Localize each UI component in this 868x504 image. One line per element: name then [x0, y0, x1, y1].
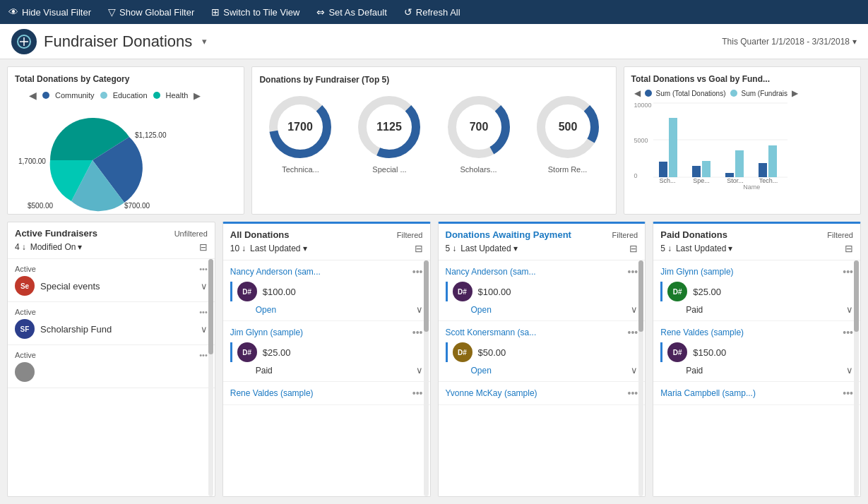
ad-sort-count[interactable]: 10 ↓	[230, 244, 246, 253]
scrollbar-track[interactable]	[854, 260, 859, 496]
set-as-default-button[interactable]: ⇔ Set As Default	[316, 6, 386, 18]
switch-tile-view-button[interactable]: ⊞ Switch to Tile View	[211, 6, 299, 18]
refresh-all-button[interactable]: ↺ Refresh All	[404, 6, 460, 18]
svg-text:Tech...: Tech...	[759, 177, 778, 184]
active-fundraisers-badge: Unfiltered	[174, 229, 208, 238]
eye-icon: 👁	[8, 6, 18, 18]
da-item2-status: Open	[471, 366, 492, 376]
paid-donations-card: Paid Donations Filtered 5 ↓ Last Updated…	[653, 222, 861, 497]
pd-item2-dots[interactable]: •••	[843, 327, 853, 338]
pd-item2-expand-icon[interactable]: ∨	[846, 365, 853, 376]
da-filter-icon[interactable]: ⊟	[629, 243, 638, 254]
list-item: Active ••• Se Special events ∨	[8, 259, 215, 302]
total-donations-category-chart: Total Donations by Category ◀ Community …	[7, 66, 244, 215]
svg-rect-22	[692, 166, 701, 177]
pd-sort-count[interactable]: 5 ↓	[660, 244, 672, 253]
scrollbar-thumb[interactable]	[424, 260, 429, 331]
show-global-filter-button[interactable]: ▽ Show Global Filter	[108, 6, 194, 18]
af-item2-expand-icon[interactable]: ∨	[201, 324, 208, 335]
da-item3-dots[interactable]: •••	[628, 388, 638, 399]
pd-item2-amount: $150.00	[693, 347, 726, 358]
chart3-prev-icon[interactable]: ◀	[634, 88, 641, 98]
af-sort-field[interactable]: Modified On ▾	[30, 242, 83, 252]
chart1-prev-icon[interactable]: ◀	[29, 90, 37, 101]
scrollbar-thumb[interactable]	[638, 260, 643, 331]
donations-awaiting-title: Donations Awaiting Payment	[446, 229, 571, 240]
pd-item3: Maria Campbell (samp...) •••	[653, 382, 860, 404]
scrollbar-track[interactable]	[638, 260, 643, 496]
svg-text:$1,125.00: $1,125.00	[135, 131, 167, 139]
bar-legend-fund-dot	[730, 90, 737, 97]
ad-item3-dots[interactable]: •••	[412, 388, 423, 399]
donations-awaiting-card: Donations Awaiting Payment Filtered 5 ↓ …	[438, 222, 646, 497]
hide-visual-filter-button[interactable]: 👁 Hide Visual Filter	[8, 6, 91, 18]
ad-filter-icon[interactable]: ⊟	[415, 243, 423, 254]
af-item2-dots[interactable]: •••	[199, 308, 208, 316]
donut1-label: Technica...	[282, 165, 319, 174]
bar-legend-total-label: Sum (Total Donations)	[656, 90, 726, 97]
af-filter-icon[interactable]: ⊟	[199, 241, 208, 253]
all-donations-body: Nancy Anderson (sam... ••• D# $100.00 Op…	[223, 260, 430, 496]
bar-chart-svg: Sch... Spe... Stor... Tech...	[653, 100, 787, 184]
pd-item3-name[interactable]: Maria Campbell (samp...)	[660, 388, 756, 398]
svg-text:500: 500	[558, 121, 577, 133]
af-item1-dots[interactable]: •••	[199, 265, 208, 273]
donut1-svg: 1700	[265, 92, 335, 162]
all-donations-item3: Rene Valdes (sample) •••	[223, 382, 430, 404]
pd-sort-field[interactable]: Last Updated ▾	[676, 244, 732, 253]
ad-item1-name[interactable]: Nancy Anderson (sam...	[230, 267, 321, 277]
da-item1-expand-icon[interactable]: ∨	[631, 304, 638, 315]
chart1-title: Total Donations by Category	[15, 74, 129, 84]
svg-rect-23	[702, 161, 711, 177]
da-sort-count[interactable]: 5 ↓	[446, 244, 457, 253]
da-item1-dots[interactable]: •••	[628, 266, 638, 277]
ad-item2-amount: $25.00	[263, 347, 291, 358]
active-fundraisers-header: Active Fundraisers Unfiltered 4 ↓ Modifi…	[8, 222, 215, 259]
pd-item3-dots[interactable]: •••	[843, 388, 853, 399]
ad-sort-field[interactable]: Last Updated ▾	[250, 244, 307, 253]
ad-item2-expand-icon[interactable]: ∨	[416, 365, 423, 376]
ad-item1-dots[interactable]: •••	[412, 266, 423, 277]
chart3-next-icon[interactable]: ▶	[792, 88, 798, 98]
ad-item1-expand-icon[interactable]: ∨	[416, 304, 423, 315]
donut4-label: Storm Re...	[548, 165, 588, 174]
legend-health-label: Health	[166, 91, 189, 100]
title-chevron-icon[interactable]: ▾	[202, 36, 207, 47]
donations-awaiting-badge: Filtered	[612, 231, 638, 239]
da-sort-field[interactable]: Last Updated ▾	[460, 244, 517, 253]
af-item3-status: Active	[15, 351, 36, 359]
da-item2-name[interactable]: Scott Konersmann (sa...	[446, 328, 537, 337]
tile-icon: ⊞	[211, 6, 220, 18]
donations-awaiting-body: Nancy Anderson (sam... ••• D# $100.00 Op…	[439, 260, 646, 496]
da-item3-name[interactable]: Yvonne McKay (sample)	[446, 388, 537, 398]
chart1-next-icon[interactable]: ▶	[194, 90, 201, 101]
svg-rect-27	[768, 145, 777, 177]
pd-item2-avatar: D#	[667, 342, 687, 362]
ad-item2-name[interactable]: Jim Glynn (sample)	[230, 328, 303, 337]
ad-item2-dots[interactable]: •••	[412, 327, 423, 338]
pd-filter-icon[interactable]: ⊟	[845, 243, 853, 254]
scrollbar-track[interactable]	[208, 259, 213, 496]
scrollbar-thumb[interactable]	[854, 260, 859, 331]
da-item2-expand-icon[interactable]: ∨	[631, 365, 638, 376]
legend-community-label: Community	[55, 91, 95, 100]
scrollbar-track[interactable]	[424, 260, 429, 496]
af-item3-dots[interactable]: •••	[199, 351, 208, 359]
af-sort-count[interactable]: 4 ↓	[15, 242, 26, 252]
pd-item1-dots[interactable]: •••	[843, 266, 853, 277]
date-range[interactable]: This Quarter 1/1/2018 - 3/31/2018 ▾	[722, 37, 857, 47]
da-item2-dots[interactable]: •••	[628, 327, 638, 338]
all-donations-card: All Donations Filtered 10 ↓ Last Updated…	[222, 222, 431, 497]
scrollbar-thumb[interactable]	[208, 259, 213, 354]
da-item1-name[interactable]: Nancy Anderson (sam...	[446, 267, 536, 277]
ad-item1-avatar: D#	[237, 282, 257, 301]
da-item1-status: Open	[471, 305, 492, 315]
pd-item1-name[interactable]: Jim Glynn (sample)	[660, 267, 733, 277]
ad-item3-name[interactable]: Rene Valdes (sample)	[230, 388, 314, 398]
pd-item1-expand-icon[interactable]: ∨	[846, 304, 853, 315]
list-item: Yvonne McKay (sample) •••	[439, 382, 646, 405]
svg-text:Spe...: Spe...	[693, 177, 710, 184]
af-item1-expand-icon[interactable]: ∨	[201, 281, 208, 292]
pd-item2-name[interactable]: Rene Valdes (sample)	[660, 328, 744, 337]
paid-donations-body: Jim Glynn (sample) ••• D# $25.00 Paid ∨	[653, 260, 860, 496]
